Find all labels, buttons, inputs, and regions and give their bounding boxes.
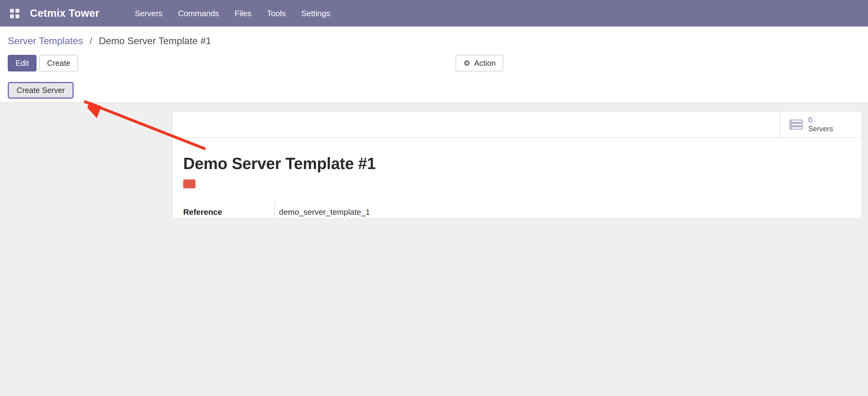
nav-item-settings[interactable]: Settings	[293, 0, 338, 27]
color-swatch[interactable]	[183, 179, 195, 188]
field-row-reference: Reference demo_server_template_1	[183, 203, 851, 218]
record-title: Demo Server Template #1	[183, 154, 851, 173]
servers-stat-button[interactable]: 0 Servers	[780, 111, 862, 137]
breadcrumb-current: Demo Server Template #1	[99, 35, 211, 46]
control-panel: Server Templates / Demo Server Template …	[0, 27, 868, 78]
nav-item-files[interactable]: Files	[227, 0, 259, 27]
stat-count: 0	[808, 115, 833, 124]
action-menu-label: Action	[474, 59, 496, 67]
action-menu-button[interactable]: ⚙ Action	[456, 55, 503, 72]
stat-label: Servers	[808, 124, 833, 133]
content-area: 0 Servers Demo Server Template #1 Refere…	[0, 103, 868, 218]
control-panel-buttons: Edit Create ⚙ Action	[0, 55, 868, 72]
form-statusbar: Create Server	[0, 78, 868, 103]
button-box: 0 Servers	[172, 111, 862, 138]
breadcrumb: Server Templates / Demo Server Template …	[0, 34, 868, 48]
sheet-body: Demo Server Template #1 Reference demo_s…	[172, 154, 862, 218]
reference-value: demo_server_template_1	[275, 203, 370, 218]
create-button[interactable]: Create	[39, 55, 78, 72]
edit-button[interactable]: Edit	[8, 55, 36, 72]
app-brand[interactable]: Cetmix Tower	[30, 7, 99, 20]
servers-stack-icon	[789, 119, 803, 130]
nav-item-servers[interactable]: Servers	[127, 0, 170, 27]
stat-text: 0 Servers	[808, 115, 833, 133]
page: Cetmix Tower Servers Commands Files Tool…	[0, 0, 868, 218]
nav-item-tools[interactable]: Tools	[259, 0, 294, 27]
nav-item-commands[interactable]: Commands	[170, 0, 227, 27]
breadcrumb-separator: /	[90, 35, 92, 46]
create-server-button[interactable]: Create Server	[8, 82, 74, 99]
apps-grid-icon	[10, 8, 19, 18]
apps-menu-button[interactable]	[5, 0, 23, 27]
gear-icon: ⚙	[463, 59, 470, 67]
top-navbar: Cetmix Tower Servers Commands Files Tool…	[0, 0, 868, 27]
form-sheet: 0 Servers Demo Server Template #1 Refere…	[172, 111, 863, 218]
navbar-menu: Servers Commands Files Tools Settings	[127, 0, 338, 27]
reference-label: Reference	[183, 203, 275, 218]
breadcrumb-parent-link[interactable]: Server Templates	[8, 35, 83, 46]
